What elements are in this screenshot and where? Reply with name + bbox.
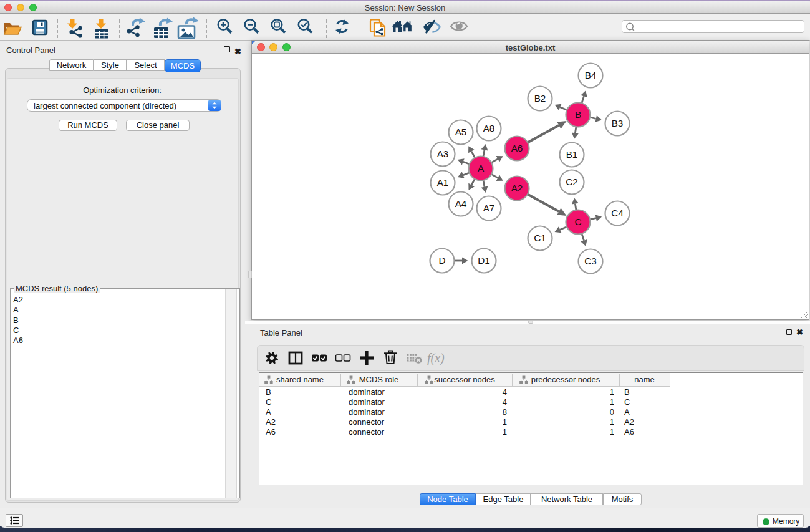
svg-text:B1: B1	[566, 149, 578, 160]
svg-text:C2: C2	[566, 177, 578, 187]
svg-text:B2: B2	[534, 93, 546, 104]
svg-text:A7: A7	[483, 203, 495, 213]
svg-text:A6: A6	[511, 143, 523, 153]
svg-text:C1: C1	[534, 233, 546, 243]
svg-text:D: D	[438, 255, 445, 266]
svg-text:A4: A4	[455, 198, 467, 209]
svg-text:f(x): f(x)	[427, 351, 445, 365]
svg-text:C: C	[574, 216, 581, 227]
svg-text:C4: C4	[611, 208, 624, 218]
svg-text:B: B	[575, 109, 581, 120]
svg-text:A2: A2	[511, 183, 523, 193]
svg-text:B3: B3	[612, 118, 624, 128]
svg-text:D1: D1	[478, 255, 490, 266]
svg-text:A5: A5	[455, 127, 467, 137]
svg-text:B4: B4	[585, 70, 597, 80]
svg-text:A: A	[478, 163, 485, 173]
svg-text:A1: A1	[437, 177, 449, 188]
svg-text:A3: A3	[437, 148, 449, 159]
svg-text:A8: A8	[483, 123, 495, 133]
svg-text:C3: C3	[584, 256, 597, 266]
